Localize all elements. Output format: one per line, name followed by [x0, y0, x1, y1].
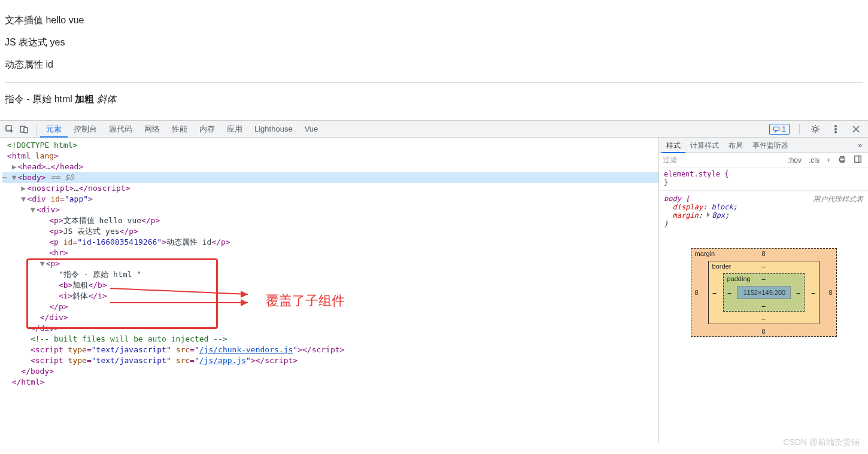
dom-p3[interactable]: <p id="id-1660835419266">动态属性 id</p> [2, 237, 658, 248]
line-directive: 指令 - 原始 html 加粗 斜体 [5, 93, 863, 106]
svg-rect-2 [24, 127, 28, 133]
print-icon[interactable] [836, 155, 849, 165]
box-model[interactable]: margin 8 8 8 8 border ‒ ‒ ‒ ‒ padding [659, 230, 868, 345]
line-js-expr: JS 表达式 yes [5, 36, 863, 49]
devtools-toolbar: 元素 控制台 源代码 网络 性能 内存 应用 Lighthouse Vue 1 [0, 121, 868, 138]
line-text-interp: 文本插值 hello vue [5, 14, 863, 27]
bm-padding[interactable]: padding ‒ ‒ ‒ ‒ 1152×149.200 [723, 273, 805, 312]
dir-italic: 斜体 [97, 94, 116, 104]
inspect-icon[interactable] [4, 123, 16, 135]
dom-b[interactable]: <b>加粗</b> [2, 280, 658, 291]
cls-toggle[interactable]: .cls [806, 156, 822, 164]
svg-rect-13 [840, 157, 843, 159]
toolbar-separator [36, 124, 37, 135]
tab-lighthouse[interactable]: Lighthouse [248, 121, 299, 138]
dom-noscript[interactable]: ▶<noscript>…</noscript> [2, 183, 658, 194]
messages-count: 1 [782, 125, 786, 133]
svg-point-5 [835, 125, 836, 126]
line-dyn-attr: 动态属性 id [5, 59, 863, 71]
sub-tab-computed[interactable]: 计算样式 [685, 138, 724, 153]
toolbar-right: 1 [769, 123, 864, 135]
tab-performance[interactable]: 性能 [166, 121, 193, 138]
computed-toggle-icon[interactable] [851, 155, 864, 165]
rule-close-2: } [664, 220, 863, 228]
highlighted-block: ▼<p> "指令 - 原始 html " <b>加粗</b> <i>斜体</i>… [2, 258, 658, 323]
svg-rect-3 [774, 127, 779, 130]
more-subtabs-icon[interactable]: » [854, 141, 866, 150]
tab-application[interactable]: 应用 [221, 121, 248, 138]
close-icon[interactable] [850, 123, 862, 135]
dom-body-close[interactable]: </body> [2, 366, 658, 377]
toolbar-separator-2 [799, 124, 800, 135]
dom-comment[interactable]: <!-- built files will be auto injected -… [2, 334, 658, 345]
tab-vue[interactable]: Vue [299, 121, 324, 138]
dom-p-dir-open[interactable]: ▼<p> [2, 258, 658, 269]
dir-bold: 加粗 [75, 94, 94, 104]
dir-prefix: 指令 - 原始 html [5, 94, 75, 104]
styles-sub-tabs: 样式 计算样式 布局 事件监听器 » [659, 138, 868, 153]
messages-badge[interactable]: 1 [769, 124, 790, 135]
svg-point-6 [835, 128, 836, 129]
dom-p2[interactable]: <p>JS 表达式 yes</p> [2, 226, 658, 237]
dom-body-open[interactable]: ⋯ ▼<body> == $0 [2, 172, 658, 183]
svg-point-7 [835, 131, 836, 132]
tab-memory[interactable]: 内存 [193, 121, 221, 138]
annotation-text: 覆盖了子组件 [266, 292, 345, 310]
rule-margin[interactable]: margin: 8px; [664, 211, 863, 220]
rendered-page: 文本插值 hello vue JS 表达式 yes 动态属性 id 指令 - 原… [0, 0, 868, 120]
tab-network[interactable]: 网络 [138, 121, 166, 138]
svg-point-4 [814, 127, 817, 131]
styles-filter-row: 过滤 :hov .cls + [659, 153, 868, 167]
dom-p1[interactable]: <p>文本插值 hello vue</p> [2, 215, 658, 226]
sub-tab-styles[interactable]: 样式 [661, 138, 685, 153]
filter-input[interactable]: 过滤 [663, 155, 783, 165]
devtools: 元素 控制台 源代码 网络 性能 内存 应用 Lighthouse Vue 1 [0, 120, 868, 443]
dom-div-inner[interactable]: ▼<div> [2, 205, 658, 215]
hov-toggle[interactable]: :hov [785, 156, 804, 164]
dom-script1[interactable]: <script type="text/javascript" src="/js/… [2, 345, 658, 355]
rule-body[interactable]: 用户代理样式表body { [664, 194, 863, 203]
device-toggle-icon[interactable] [18, 123, 30, 135]
dom-html-open[interactable]: <html lang> [2, 151, 658, 162]
dom-hr[interactable]: <hr> [2, 248, 658, 258]
dom-script2[interactable]: <script type="text/javascript" src="/js/… [2, 355, 658, 366]
dom-html-close[interactable]: </html> [2, 377, 658, 388]
dom-div-app-close[interactable]: </div> [2, 323, 658, 334]
elements-panel[interactable]: <!DOCTYPE html> <html lang> ▶<head>…</he… [0, 138, 658, 443]
new-rule-icon[interactable]: + [824, 156, 833, 164]
tab-elements[interactable]: 元素 [40, 121, 68, 138]
style-rules[interactable]: element.style { } 用户代理样式表body { display:… [659, 167, 868, 230]
more-icon[interactable] [830, 123, 842, 135]
styles-panel: 样式 计算样式 布局 事件监听器 » 过滤 :hov .cls + elemen… [658, 138, 868, 443]
bm-margin[interactable]: margin 8 8 8 8 border ‒ ‒ ‒ ‒ padding [691, 248, 837, 337]
bm-border[interactable]: border ‒ ‒ ‒ ‒ padding ‒ ‒ ‒ ‒ 11 [708, 261, 820, 324]
settings-icon[interactable] [809, 123, 821, 135]
devtools-tabs: 元素 控制台 源代码 网络 性能 内存 应用 Lighthouse Vue [40, 121, 769, 138]
svg-rect-15 [855, 156, 861, 163]
dom-doctype[interactable]: <!DOCTYPE html> [2, 140, 658, 151]
dom-div-inner-close[interactable]: </div> [2, 312, 658, 323]
dom-dir-text[interactable]: "指令 - 原始 html " [2, 269, 658, 280]
bm-content[interactable]: 1152×149.200 [737, 286, 791, 299]
rule-close-1: } [664, 178, 863, 187]
tab-console[interactable]: 控制台 [68, 121, 103, 138]
divider [5, 82, 863, 83]
rule-element-style[interactable]: element.style { [664, 170, 863, 178]
dom-div-app[interactable]: ▼<div id="app"> [2, 194, 658, 205]
sub-tab-layout[interactable]: 布局 [724, 138, 748, 153]
sub-tab-events[interactable]: 事件监听器 [748, 138, 793, 153]
tab-sources[interactable]: 源代码 [103, 121, 138, 138]
dom-head[interactable]: ▶<head>…</head> [2, 162, 658, 172]
